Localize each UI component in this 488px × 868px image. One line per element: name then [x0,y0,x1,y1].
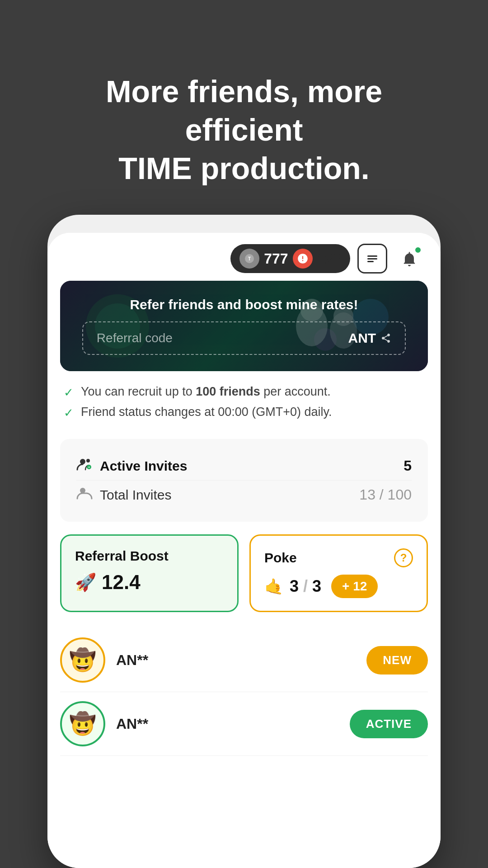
referral-code-box[interactable]: Referral code ANT [82,321,406,355]
phone-screen: T 777 123 [47,233,441,868]
check-icon-1: ✓ [64,386,74,400]
friend-status-badge-1: NEW [366,646,428,675]
menu-button[interactable] [357,244,387,274]
svg-text:T: T [248,256,251,261]
token-pill: T 777 123 [230,244,350,273]
rocket-icon: 🚀 [75,572,96,592]
notification-bell-button[interactable] [394,244,424,274]
svg-point-15 [86,459,90,462]
phone-frame: T 777 123 [47,215,441,868]
info-note-1: ✓ You can recruit up to 100 friends per … [64,385,424,400]
referral-boost-card: Referral Boost 🚀 12.4 [60,534,239,612]
referral-code-value: ANT [348,330,392,346]
svg-point-14 [80,459,85,464]
header-bar: T 777 123 [47,233,441,281]
poke-hand-icon: 🤙 [264,577,283,595]
friend-list: 🤠 AN** NEW 🤠 AN** ACTIVE [47,628,441,756]
active-invites-icon: + [76,456,93,476]
stats-card: + Active Invites 5 Total Invites [60,439,428,522]
friend-item-2: 🤠 AN** ACTIVE [60,692,428,756]
active-invites-value: 5 [404,458,412,474]
referral-boost-value: 🚀 12.4 [75,571,224,594]
poke-plus-button[interactable]: + 12 [331,575,378,598]
friend-avatar-1: 🤠 [60,637,105,683]
svg-text:+: + [88,465,90,469]
alert-icon [293,249,313,269]
check-icon-2: ✓ [64,406,74,420]
token-icon: T [239,249,259,269]
referral-code-label: Referral code [97,331,173,345]
token-count: 777 [264,250,288,267]
poke-row: 🤙 3 / 3 + 12 [264,575,413,598]
banner-title: Refer friends and boost mine rates! [130,297,358,312]
svg-point-18 [80,488,85,493]
total-invites-icon [76,485,93,505]
svg-rect-5 [367,261,374,262]
referral-banner: Refer friends and boost mine rates! Refe… [60,281,428,371]
total-invites-row: Total Invites 13 / 100 [76,480,412,509]
hero-section: More friends, more efficient TIME produc… [0,36,488,188]
boost-row: Referral Boost 🚀 12.4 Poke ? 🤙 3 / [60,534,428,612]
hero-title: More friends, more efficient TIME produc… [27,72,461,188]
total-invites-value: 13 / 100 [359,486,412,503]
svg-rect-4 [367,258,377,259]
friend-name-1: AN** [116,652,356,669]
poke-card: Poke ? 🤙 3 / 3 + 12 [249,534,428,612]
bell-notification-dot [414,246,422,254]
active-invites-row: + Active Invites 5 [76,452,412,480]
friend-status-badge-2: ACTIVE [350,710,428,738]
info-note-2: ✓ Friend status changes at 00:00 (GMT+0)… [64,405,424,420]
friend-avatar-2: 🤠 [60,701,105,746]
info-notes: ✓ You can recruit up to 100 friends per … [47,371,441,439]
friend-item-1: 🤠 AN** NEW [60,628,428,692]
alert-count: 123 [317,250,341,267]
svg-rect-3 [367,255,377,257]
friend-name-2: AN** [116,716,339,732]
poke-help-button[interactable]: ? [394,548,413,567]
